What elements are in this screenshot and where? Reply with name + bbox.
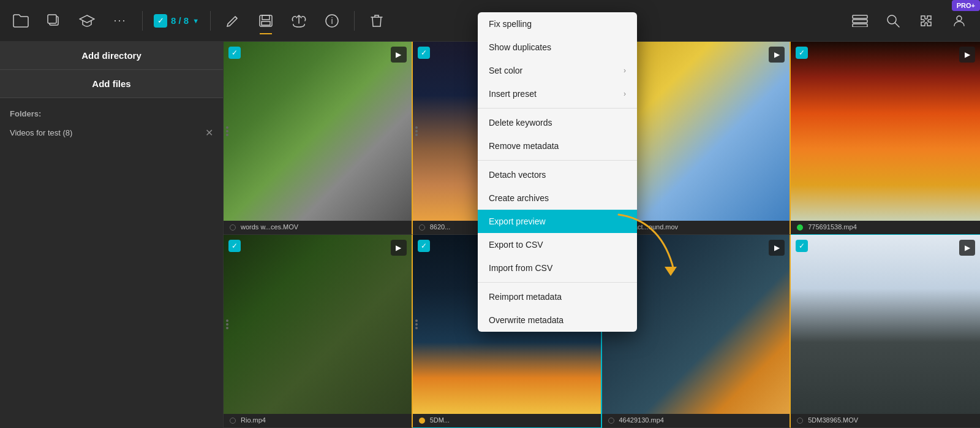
edit-icon[interactable]	[222, 10, 244, 32]
media-filename-6: 5DM...	[413, 414, 601, 427]
media-filename-7: 46429130.mp4	[602, 414, 790, 427]
folder-name: Videos for test (8)	[10, 128, 72, 137]
menu-item-detach-vectors[interactable]: Detach vectors	[478, 163, 637, 186]
media-play-4[interactable]: ▶	[959, 47, 975, 63]
menu-item-overwrite-metadata[interactable]: Overwrite metadata	[478, 308, 637, 332]
separator-2	[478, 160, 637, 161]
media-filename-8: 5DM38965.MOV	[791, 414, 980, 427]
media-dots-2[interactable]	[415, 126, 418, 136]
menu-item-create-archives[interactable]: Create archives	[478, 186, 637, 210]
media-play-7[interactable]: ▶	[769, 240, 785, 256]
svg-rect-4	[262, 15, 270, 20]
select-all-button[interactable]: ✓ 8 / 8 ▼	[154, 14, 199, 28]
media-play-1[interactable]: ▶	[391, 47, 407, 63]
media-cell-8: ✓ ▶ 5DM38965.MOV	[791, 235, 980, 428]
save-icon[interactable]	[255, 10, 277, 32]
menu-item-remove-metadata[interactable]: Remove metadata	[478, 134, 637, 158]
pro-badge: PRO+	[952, 0, 980, 11]
separator-3	[478, 282, 637, 283]
folder-close-icon[interactable]: ✕	[205, 127, 213, 139]
set-color-arrow: ›	[624, 66, 626, 75]
media-play-5[interactable]: ▶	[391, 240, 407, 256]
puzzle-icon[interactable]	[915, 10, 937, 32]
more-icon[interactable]: ···	[109, 10, 131, 32]
folder-item[interactable]: Videos for test (8) ✕	[10, 123, 213, 142]
divider-3	[354, 11, 355, 31]
status-1	[230, 224, 236, 231]
menu-item-insert-preset[interactable]: Insert preset ›	[478, 82, 637, 105]
media-filename-4: 775691538.mp4	[791, 221, 980, 234]
upload-icon[interactable]	[288, 10, 310, 32]
context-menu: Fix spelling Show duplicates Set color ›…	[478, 12, 637, 332]
insert-preset-arrow: ›	[624, 90, 626, 98]
add-files-button[interactable]: Add files	[0, 70, 223, 98]
menu-item-delete-keywords[interactable]: Delete keywords	[478, 111, 637, 134]
svg-rect-10	[853, 24, 867, 27]
select-check: ✓	[154, 14, 167, 28]
svg-point-13	[957, 16, 962, 21]
status-4	[797, 224, 803, 231]
media-check-5[interactable]: ✓	[228, 240, 241, 252]
menu-item-reimport-metadata[interactable]: Reimport metadata	[478, 285, 637, 308]
media-filename-5: Rio.mp4	[224, 414, 412, 427]
copy-icon[interactable]	[43, 10, 65, 32]
menu-item-fix-spelling[interactable]: Fix spelling	[478, 12, 637, 36]
menu-item-import-csv[interactable]: Import from CSV	[478, 256, 637, 280]
sidebar: Add directory Add files Folders: Videos …	[0, 42, 224, 428]
svg-rect-9	[853, 20, 867, 23]
search-icon[interactable]	[882, 10, 904, 32]
media-thumb-4[interactable]: ✓ ▶	[791, 42, 980, 221]
media-check-8[interactable]: ✓	[796, 240, 808, 252]
media-dots-1[interactable]	[226, 126, 228, 136]
media-check-6[interactable]: ✓	[418, 240, 430, 252]
layout-icon[interactable]	[849, 10, 871, 32]
media-filename-1: words w...ces.MOV	[224, 221, 412, 234]
media-play-8[interactable]: ▶	[959, 240, 975, 256]
media-thumb-5[interactable]: ✓ ▶	[224, 235, 412, 414]
status-6	[419, 418, 425, 424]
status-8	[797, 418, 803, 424]
media-cell-5: ✓ ▶ Rio.mp4	[224, 235, 413, 428]
svg-text:i: i	[331, 16, 333, 26]
user-icon[interactable]	[948, 10, 970, 32]
folders-label: Folders:	[10, 109, 213, 118]
status-7	[608, 418, 614, 424]
svg-rect-1	[48, 15, 56, 23]
folders-section: Folders: Videos for test (8) ✕	[0, 98, 223, 147]
media-thumb-1[interactable]: ✓ ▶	[224, 42, 412, 221]
media-dots-5[interactable]	[226, 319, 228, 329]
divider-1	[142, 11, 143, 31]
media-cell-4: ✓ ▶ 775691538.mp4	[791, 42, 980, 235]
separator-1	[478, 108, 637, 109]
media-thumb-8[interactable]: ✓ ▶	[791, 235, 980, 414]
status-2	[419, 224, 425, 231]
menu-item-export-csv[interactable]: Export to CSV	[478, 233, 637, 256]
svg-rect-8	[853, 15, 867, 18]
graduate-icon[interactable]	[76, 10, 98, 32]
folder-icon[interactable]	[10, 10, 32, 32]
media-dots-6[interactable]	[415, 319, 418, 329]
toolbar-right: PRO+	[849, 10, 970, 32]
svg-marker-2	[80, 15, 94, 23]
menu-item-show-duplicates[interactable]: Show duplicates	[478, 36, 637, 59]
media-play-3[interactable]: ▶	[769, 47, 785, 63]
media-check-1[interactable]: ✓	[228, 47, 241, 59]
svg-line-12	[895, 23, 899, 27]
divider-2	[210, 11, 211, 31]
media-cell-1: ✓ ▶ words w...ces.MOV	[224, 42, 413, 235]
info-icon[interactable]: i	[321, 10, 343, 32]
menu-item-set-color[interactable]: Set color ›	[478, 59, 637, 82]
menu-item-export-preview[interactable]: Export preview	[478, 210, 637, 233]
media-check-4[interactable]: ✓	[796, 47, 808, 59]
svg-rect-5	[262, 21, 270, 25]
select-count: 8 / 8	[171, 15, 189, 26]
select-dropdown-icon: ▼	[192, 17, 199, 25]
add-directory-button[interactable]: Add directory	[0, 42, 223, 70]
status-5	[230, 418, 236, 424]
delete-icon[interactable]	[366, 10, 388, 32]
media-check-2[interactable]: ✓	[418, 47, 430, 59]
